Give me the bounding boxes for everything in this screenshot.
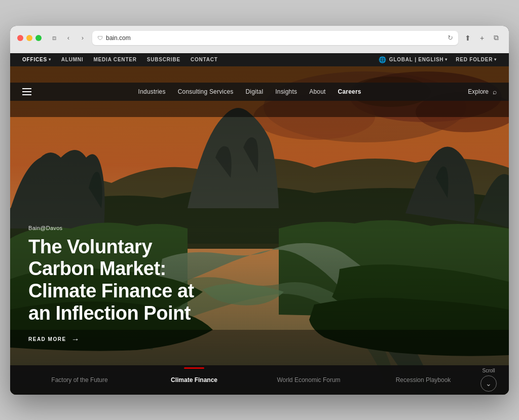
address-bar[interactable]: 🛡 bain.com ↻ bbox=[92, 31, 458, 45]
minimize-button[interactable] bbox=[26, 35, 32, 41]
offices-dropdown-arrow: ▾ bbox=[49, 57, 51, 62]
browser-actions: ⬆ + ⧉ bbox=[462, 32, 502, 44]
read-more-button[interactable]: READ MORE → bbox=[28, 335, 211, 344]
back-button[interactable]: ‹ bbox=[63, 32, 74, 44]
nav-about[interactable]: About bbox=[309, 88, 325, 95]
nav-links: Industries Consulting Services Digital I… bbox=[138, 88, 361, 95]
browser-titlebar: ⧈ ‹ › 🛡 bain.com ↻ ⬆ + ⧉ bbox=[17, 31, 502, 45]
browser-tabs bbox=[17, 49, 502, 53]
scroll-down-button[interactable]: ⌄ bbox=[480, 375, 497, 392]
explore-label: Explore bbox=[468, 88, 489, 95]
close-button[interactable] bbox=[17, 35, 23, 41]
utility-nav-contact[interactable]: CONTACT bbox=[191, 57, 218, 62]
nav-digital[interactable]: Digital bbox=[246, 88, 264, 95]
nav-right: Explore ⌕ bbox=[468, 88, 497, 96]
search-icon[interactable]: ⌕ bbox=[493, 88, 497, 96]
browser-chrome: ⧈ ‹ › 🛡 bain.com ↻ ⬆ + ⧉ bbox=[10, 26, 509, 53]
utility-nav-alumni[interactable]: ALUMNI bbox=[61, 57, 84, 62]
bottom-nav-climate[interactable]: Climate Finance bbox=[137, 376, 251, 384]
bottom-nav: Factory of the Future Climate Finance Wo… bbox=[10, 365, 509, 395]
window-icon[interactable]: ⧈ bbox=[49, 32, 60, 44]
nav-careers[interactable]: Careers bbox=[338, 88, 361, 95]
hero-content: Bain@Davos The Voluntary Carbon Market: … bbox=[28, 225, 211, 344]
utility-nav-language[interactable]: 🌐 GLOBAL | ENGLISH ▾ bbox=[379, 56, 448, 63]
nav-industries[interactable]: Industries bbox=[138, 88, 166, 95]
browser-window: ⧈ ‹ › 🛡 bain.com ↻ ⬆ + ⧉ OFFICES bbox=[10, 26, 509, 395]
nav-insights[interactable]: Insights bbox=[275, 88, 297, 95]
copy-button[interactable]: ⧉ bbox=[491, 32, 502, 44]
globe-icon: 🌐 bbox=[379, 56, 387, 63]
scroll-text: Scroll bbox=[482, 368, 495, 373]
bottom-nav-recession[interactable]: Recession Playbook bbox=[366, 376, 480, 384]
fullscreen-button[interactable] bbox=[35, 35, 42, 41]
utility-nav-left: OFFICES ▾ ALUMNI MEDIA CENTER SUBSCRIBE … bbox=[22, 57, 218, 62]
utility-nav-red-folder[interactable]: RED FOLDER ▾ bbox=[456, 57, 497, 62]
scroll-indicator: Scroll ⌄ bbox=[480, 368, 497, 392]
bottom-nav-factory[interactable]: Factory of the Future bbox=[22, 376, 137, 384]
utility-nav-offices[interactable]: OFFICES ▾ bbox=[22, 57, 51, 62]
main-nav: Industries Consulting Services Digital I… bbox=[10, 83, 509, 101]
refresh-icon[interactable]: ↻ bbox=[448, 34, 453, 42]
utility-nav-right: 🌐 GLOBAL | ENGLISH ▾ RED FOLDER ▾ bbox=[379, 56, 497, 63]
utility-bar: OFFICES ▾ ALUMNI MEDIA CENTER SUBSCRIBE … bbox=[10, 53, 509, 66]
hero-title: The Voluntary Carbon Market: Climate Fin… bbox=[28, 236, 211, 325]
bottom-nav-wef[interactable]: World Economic Forum bbox=[251, 376, 366, 384]
hamburger-menu[interactable] bbox=[22, 88, 31, 95]
add-tab-button[interactable]: + bbox=[476, 32, 488, 44]
hero-section: Industries Consulting Services Digital I… bbox=[10, 66, 509, 395]
nav-consulting[interactable]: Consulting Services bbox=[178, 88, 234, 95]
traffic-lights bbox=[17, 35, 42, 41]
utility-nav-media[interactable]: MEDIA CENTER bbox=[93, 57, 136, 62]
hero-label: Bain@Davos bbox=[28, 225, 211, 231]
red-folder-dropdown-arrow: ▾ bbox=[494, 57, 497, 62]
url-text: bain.com bbox=[106, 34, 131, 42]
lock-icon: 🛡 bbox=[97, 35, 103, 41]
browser-controls: ⧈ ‹ › bbox=[49, 32, 88, 44]
website-content: OFFICES ▾ ALUMNI MEDIA CENTER SUBSCRIBE … bbox=[10, 53, 509, 395]
language-dropdown-arrow: ▾ bbox=[445, 57, 448, 62]
read-more-text: READ MORE bbox=[28, 336, 66, 342]
arrow-right-icon: → bbox=[71, 335, 80, 344]
share-button[interactable]: ⬆ bbox=[462, 32, 473, 44]
utility-nav-subscribe[interactable]: SUBSCRIBE bbox=[147, 57, 180, 62]
forward-button[interactable]: › bbox=[77, 32, 88, 44]
